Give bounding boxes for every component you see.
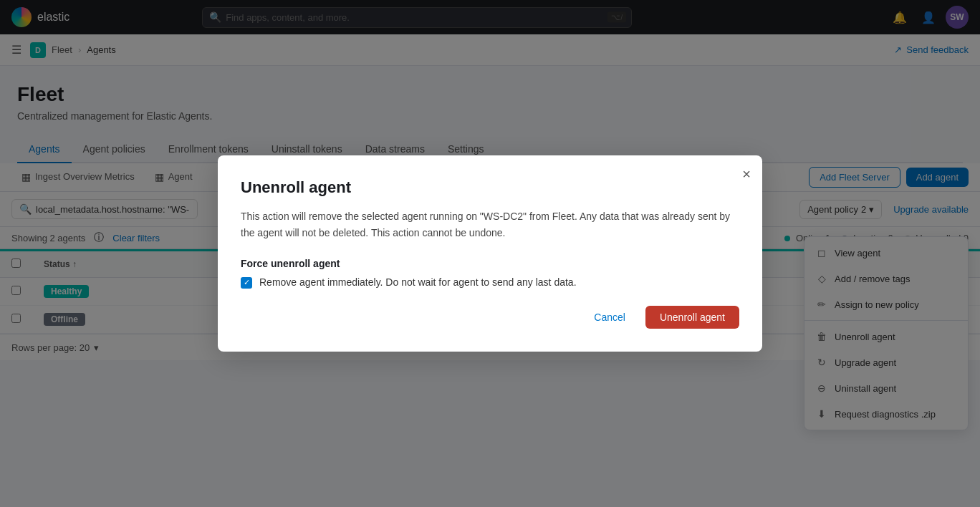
modal-title: Unenroll agent xyxy=(241,178,739,197)
cancel-button[interactable]: Cancel xyxy=(582,306,637,329)
modal-overlay[interactable]: × Unenroll agent This action will remove… xyxy=(0,0,980,360)
checkbox-label: Remove agent immediately. Do not wait fo… xyxy=(259,276,577,288)
unenroll-modal: × Unenroll agent This action will remove… xyxy=(218,155,762,352)
modal-close-button[interactable]: × xyxy=(742,167,751,181)
modal-section-title: Force unenroll agent xyxy=(241,258,739,269)
force-unenroll-checkbox-row: ✓ Remove agent immediately. Do not wait … xyxy=(241,276,739,289)
force-unenroll-checkbox[interactable]: ✓ xyxy=(241,277,252,289)
modal-footer: Cancel Unenroll agent xyxy=(241,306,739,329)
modal-body: This action will remove the selected age… xyxy=(241,208,739,241)
checkmark-icon: ✓ xyxy=(244,278,250,287)
unenroll-button[interactable]: Unenroll agent xyxy=(645,306,739,329)
